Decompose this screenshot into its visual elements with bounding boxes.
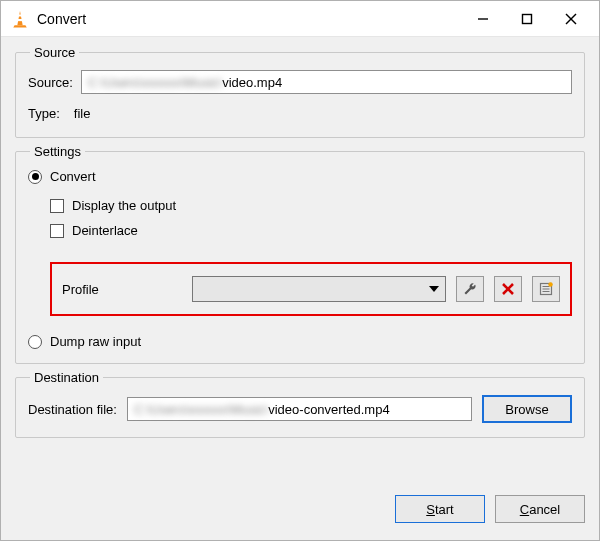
maximize-button[interactable] (505, 4, 549, 34)
source-group: Source Source: C:\Users\xxxxxx\Music\ vi… (15, 45, 585, 138)
start-button-label: Start (426, 502, 453, 517)
svg-rect-2 (18, 19, 23, 21)
cancel-button[interactable]: Cancel (495, 495, 585, 523)
window-title: Convert (37, 11, 461, 27)
delete-icon (500, 281, 516, 297)
delete-profile-button[interactable] (494, 276, 522, 302)
source-path-input[interactable]: C:\Users\xxxxxx\Music\ video.mp4 (81, 70, 572, 94)
destination-path-redacted: C:\Users\xxxxxx\Music\ (134, 402, 268, 417)
profile-label: Profile (62, 282, 182, 297)
destination-path-input[interactable]: C:\Users\xxxxxx\Music\ video-converted.m… (127, 397, 472, 421)
close-button[interactable] (549, 4, 593, 34)
settings-legend: Settings (30, 144, 85, 159)
cancel-button-label: Cancel (520, 502, 560, 517)
browse-button[interactable]: Browse (482, 395, 572, 423)
browse-button-label: Browse (505, 402, 548, 417)
destination-group: Destination Destination file: C:\Users\x… (15, 370, 585, 438)
source-legend: Source (30, 45, 79, 60)
dialog-footer: Start Cancel (1, 488, 599, 540)
minimize-button[interactable] (461, 4, 505, 34)
svg-rect-5 (523, 14, 532, 23)
svg-point-14 (548, 282, 552, 286)
convert-radio[interactable]: Convert (28, 169, 572, 184)
checkbox-box-icon (50, 199, 64, 213)
display-output-checkbox[interactable]: Display the output (50, 198, 572, 213)
dump-raw-radio[interactable]: Dump raw input (28, 334, 572, 349)
convert-radio-label: Convert (50, 169, 96, 184)
chevron-down-icon (429, 286, 439, 292)
radio-dot-icon (28, 335, 42, 349)
start-button[interactable]: Start (395, 495, 485, 523)
destination-legend: Destination (30, 370, 103, 385)
destination-label: Destination file: (28, 402, 117, 417)
vlc-cone-icon (11, 10, 29, 28)
display-output-label: Display the output (72, 198, 176, 213)
dump-raw-label: Dump raw input (50, 334, 141, 349)
new-profile-icon (538, 281, 554, 297)
convert-dialog: Convert Source Source: C:\Users\ (0, 0, 600, 541)
source-path-redacted: C:\Users\xxxxxx\Music\ (88, 75, 222, 90)
dialog-body: Source Source: C:\Users\xxxxxx\Music\ vi… (1, 37, 599, 488)
svg-marker-0 (17, 10, 22, 24)
new-profile-button[interactable] (532, 276, 560, 302)
settings-group: Settings Convert Display the output Dein… (15, 144, 585, 364)
type-label: Type: (28, 106, 60, 121)
window-controls (461, 4, 593, 34)
svg-rect-1 (18, 14, 21, 16)
destination-path-filename: video-converted.mp4 (268, 402, 389, 417)
svg-marker-3 (13, 25, 27, 27)
type-value: file (68, 104, 97, 123)
profile-combobox[interactable] (192, 276, 446, 302)
wrench-icon (462, 281, 478, 297)
source-label: Source: (28, 75, 73, 90)
deinterlace-checkbox[interactable]: Deinterlace (50, 223, 572, 238)
titlebar: Convert (1, 1, 599, 37)
profile-row-highlight: Profile (50, 262, 572, 316)
edit-profile-button[interactable] (456, 276, 484, 302)
source-path-filename: video.mp4 (222, 75, 282, 90)
deinterlace-label: Deinterlace (72, 223, 138, 238)
radio-dot-icon (28, 170, 42, 184)
checkbox-box-icon (50, 224, 64, 238)
